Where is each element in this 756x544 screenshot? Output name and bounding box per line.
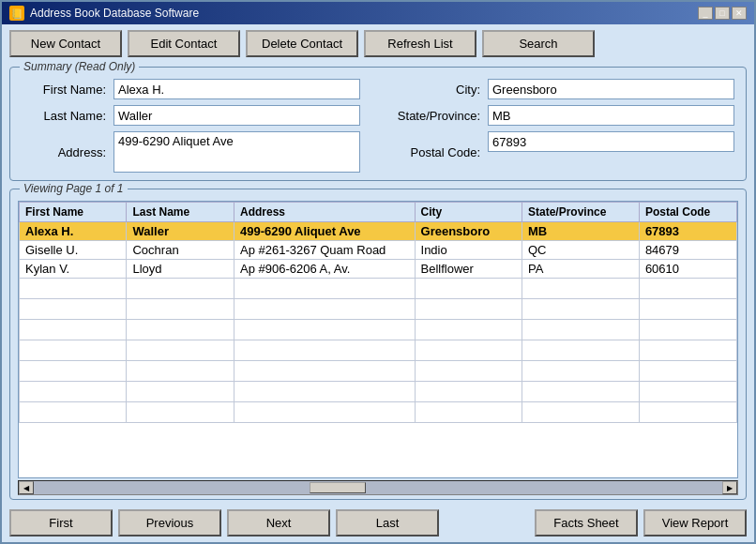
city-label: City: bbox=[368, 79, 480, 99]
cell-lastname: Lloyd bbox=[127, 260, 234, 279]
cell-state: MB bbox=[522, 222, 640, 241]
close-button[interactable]: ✕ bbox=[732, 7, 747, 20]
cell-address: Ap #906-6206 A, Av. bbox=[234, 260, 415, 279]
cell-city: Indio bbox=[415, 241, 522, 260]
new-contact-button[interactable]: New Contact bbox=[9, 30, 122, 57]
col-header-address: Address bbox=[234, 203, 415, 222]
first-name-field[interactable] bbox=[113, 79, 360, 99]
contacts-table: First Name Last Name Address City State/… bbox=[19, 202, 737, 423]
col-header-firstname: First Name bbox=[20, 203, 127, 222]
summary-grid: First Name: City: Last Name: State/Provi… bbox=[22, 79, 734, 173]
table-row-empty bbox=[20, 361, 737, 382]
cell-city: Bellflower bbox=[415, 260, 522, 279]
first-name-label: First Name: bbox=[22, 79, 106, 99]
window-title: Address Book Database Software bbox=[30, 7, 692, 20]
table-row-empty bbox=[20, 320, 737, 340]
cell-lastname: Waller bbox=[127, 222, 234, 241]
cell-lastname: Cochran bbox=[127, 241, 234, 260]
facts-sheet-button[interactable]: Facts Sheet bbox=[535, 509, 638, 536]
window-controls: _ □ ✕ bbox=[698, 7, 747, 20]
table-row-empty bbox=[20, 299, 737, 320]
main-toolbar: New Contact Edit Contact Delete Contact … bbox=[2, 24, 754, 63]
table-row-empty bbox=[20, 340, 737, 361]
col-header-state: State/Province bbox=[522, 203, 640, 222]
table-row-empty bbox=[20, 402, 737, 423]
table-row[interactable]: Giselle U. Cochran Ap #261-3267 Quam Roa… bbox=[20, 241, 737, 260]
cell-city: Greensboro bbox=[415, 222, 522, 241]
last-name-field[interactable] bbox=[113, 105, 360, 126]
cell-firstname: Kylan V. bbox=[20, 260, 127, 279]
cell-address: Ap #261-3267 Quam Road bbox=[234, 241, 415, 260]
cell-state: QC bbox=[522, 241, 640, 260]
first-button[interactable]: First bbox=[9, 509, 113, 536]
maximize-button[interactable]: □ bbox=[715, 7, 730, 20]
previous-button[interactable]: Previous bbox=[118, 509, 221, 536]
view-report-button[interactable]: View Report bbox=[643, 509, 747, 536]
address-label: Address: bbox=[22, 131, 106, 173]
cell-postal: 60610 bbox=[639, 260, 736, 279]
cell-firstname: Giselle U. bbox=[20, 241, 127, 260]
cell-firstname: Alexa H. bbox=[20, 222, 127, 241]
next-button[interactable]: Next bbox=[227, 509, 330, 536]
city-field[interactable] bbox=[488, 79, 734, 99]
titlebar: 📒 Address Book Database Software _ □ ✕ bbox=[2, 2, 754, 24]
cell-postal: 84679 bbox=[639, 241, 736, 260]
last-button[interactable]: Last bbox=[336, 509, 439, 536]
bottom-toolbar: First Previous Next Last Facts Sheet Vie… bbox=[2, 504, 754, 542]
main-window: 📒 Address Book Database Software _ □ ✕ N… bbox=[0, 0, 756, 544]
scroll-left-arrow[interactable]: ◀ bbox=[19, 481, 34, 494]
contacts-table-container[interactable]: First Name Last Name Address City State/… bbox=[18, 201, 738, 478]
summary-section: Summary (Read Only) First Name: City: La… bbox=[9, 67, 747, 181]
scroll-thumb[interactable] bbox=[310, 482, 366, 493]
table-row-empty bbox=[20, 382, 737, 402]
edit-contact-button[interactable]: Edit Contact bbox=[128, 30, 240, 57]
postal-field[interactable] bbox=[488, 131, 734, 152]
horizontal-scrollbar[interactable]: ◀ ▶ bbox=[18, 480, 738, 495]
postal-label: Postal Code: bbox=[368, 131, 480, 173]
delete-contact-button[interactable]: Delete Contact bbox=[246, 30, 358, 57]
scroll-right-arrow[interactable]: ▶ bbox=[722, 481, 737, 494]
viewing-section: Viewing Page 1 of 1 First Name Last Name… bbox=[9, 189, 747, 500]
state-field[interactable] bbox=[488, 105, 734, 126]
refresh-list-button[interactable]: Refresh List bbox=[364, 30, 476, 57]
summary-legend: Summary (Read Only) bbox=[20, 60, 139, 73]
table-row[interactable]: Alexa H. Waller 499-6290 Aliquet Ave Gre… bbox=[20, 222, 737, 241]
col-header-postal: Postal Code bbox=[639, 203, 736, 222]
col-header-lastname: Last Name bbox=[127, 203, 234, 222]
last-name-label: Last Name: bbox=[22, 105, 106, 126]
table-row[interactable]: Kylan V. Lloyd Ap #906-6206 A, Av. Bellf… bbox=[20, 260, 737, 279]
cell-state: PA bbox=[522, 260, 640, 279]
state-label: State/Province: bbox=[368, 105, 480, 126]
search-button[interactable]: Search bbox=[482, 30, 595, 57]
table-header-row: First Name Last Name Address City State/… bbox=[20, 203, 737, 222]
table-row-empty bbox=[20, 279, 737, 299]
minimize-button[interactable]: _ bbox=[698, 7, 713, 20]
viewing-legend: Viewing Page 1 of 1 bbox=[20, 182, 128, 195]
address-field[interactable] bbox=[113, 131, 360, 173]
cell-address: 499-6290 Aliquet Ave bbox=[234, 222, 415, 241]
col-header-city: City bbox=[415, 203, 522, 222]
scroll-track[interactable] bbox=[34, 481, 722, 494]
cell-postal: 67893 bbox=[639, 222, 736, 241]
app-icon: 📒 bbox=[9, 6, 24, 21]
